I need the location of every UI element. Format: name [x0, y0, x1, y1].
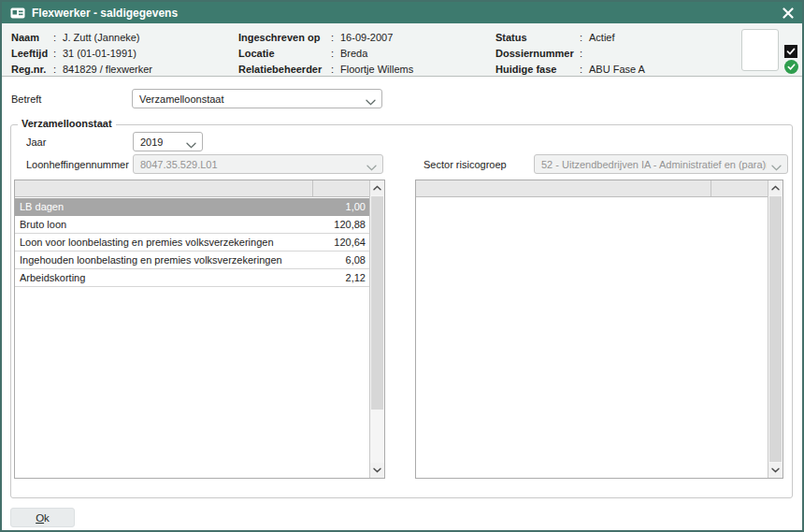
scrollbar-thumb[interactable]	[371, 196, 383, 410]
scroll-up-icon[interactable]	[768, 180, 782, 195]
scroll-down-icon[interactable]	[370, 463, 384, 478]
loonheffingennummer-label: Loonheffingennummer	[26, 159, 129, 170]
field-regnr: Reg.nr.:841829 / flexwerker	[11, 61, 152, 77]
field-status: Status:Actief	[495, 29, 645, 45]
sector-risicogroep-label: Sector risicogroep	[424, 159, 507, 170]
betreft-select[interactable]: Verzamelloonstaat	[132, 89, 382, 108]
betreft-label: Betreft	[11, 93, 41, 105]
saldo-table-rows: LB dagen 1,00 Bruto loon 120,88 Loon voo…	[15, 198, 369, 287]
chevron-down-icon	[366, 96, 376, 108]
field-huidige-fase: Huidige fase:ABU Fase A	[495, 61, 645, 77]
loonheffingennummer-select: 8047.35.529.L01	[133, 154, 383, 174]
groupbox-title: Verzamelloonstaat	[18, 118, 116, 129]
field-leeftijd: Leeftijd:31 (01-01-1991)	[11, 45, 152, 61]
field-dossiernummer: Dossiernummer:	[495, 45, 645, 61]
column-divider	[711, 180, 711, 196]
window-title: Flexwerker - saldigegevens	[32, 7, 178, 20]
verzamelloonstaat-groupbox: Verzamelloonstaat Jaar 2019 Loonheffinge…	[10, 124, 793, 498]
photo-placeholder	[741, 29, 779, 71]
title-bar: Flexwerker - saldigegevens	[2, 2, 802, 23]
scrollbar-thumb[interactable]	[769, 196, 782, 462]
vertical-scrollbar[interactable]	[768, 180, 782, 478]
field-ingeschreven-op: Ingeschreven op:16-09-2007	[238, 29, 413, 45]
info-column-2: Ingeschreven op:16-09-2007 Locatie:Breda…	[238, 29, 413, 77]
sector-table	[415, 180, 783, 479]
vertical-scrollbar[interactable]	[369, 180, 384, 478]
table-row[interactable]: Loon voor loonbelasting en premies volks…	[15, 234, 369, 252]
info-column-1: Naam:J. Zutt (Janneke) Leeftijd:31 (01-0…	[11, 29, 152, 77]
column-divider	[312, 180, 313, 196]
status-ok-icon	[784, 60, 798, 74]
scroll-up-icon[interactable]	[370, 180, 384, 195]
flexwerker-checkbox[interactable]	[784, 45, 797, 58]
employee-info-panel: Naam:J. Zutt (Janneke) Leeftijd:31 (01-0…	[2, 23, 802, 77]
chevron-down-icon	[366, 162, 377, 173]
info-column-3: Status:Actief Dossiernummer: Huidige fas…	[495, 29, 645, 77]
field-locatie: Locatie:Breda	[238, 45, 413, 61]
table-row[interactable]: LB dagen 1,00	[15, 198, 369, 216]
table-row[interactable]: Bruto loon 120,88	[15, 216, 369, 234]
saldo-table-header	[15, 180, 369, 197]
table-row[interactable]: Arbeidskorting 2,12	[15, 269, 369, 287]
sector-risicogroep-select: 52 - Uitzendbedrijven IA - Administratie…	[534, 154, 788, 174]
jaar-label: Jaar	[26, 137, 46, 148]
saldo-table: LB dagen 1,00 Bruto loon 120,88 Loon voo…	[14, 180, 385, 479]
chevron-down-icon	[186, 139, 196, 151]
field-naam: Naam:J. Zutt (Janneke)	[11, 29, 152, 45]
flexwerker-dialog: Flexwerker - saldigegevens Naam:J. Zutt …	[0, 0, 804, 532]
table-row[interactable]: Ingehouden loonbelasting en premies volk…	[15, 252, 369, 269]
id-card-icon	[10, 7, 25, 19]
field-relatiebeheerder: Relatiebeheerder:Floortje Willems	[238, 61, 413, 77]
jaar-select[interactable]: 2019	[133, 132, 203, 151]
close-icon[interactable]	[782, 7, 794, 19]
sector-table-header	[416, 180, 768, 197]
ok-button[interactable]: Ok	[10, 508, 75, 527]
chevron-down-icon	[771, 162, 782, 173]
scroll-down-icon[interactable]	[768, 463, 782, 478]
